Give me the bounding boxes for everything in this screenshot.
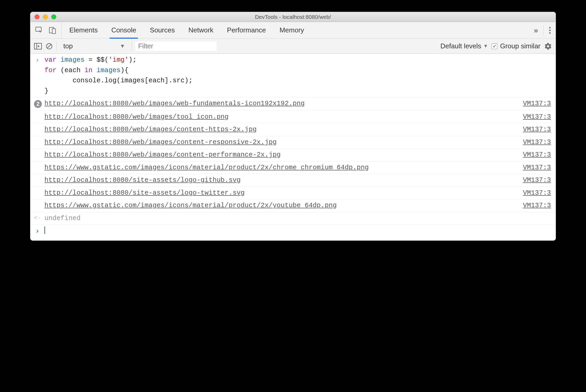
panel-tabs: Elements Console Sources Network Perform… xyxy=(61,22,529,38)
log-message: http://localhost:8080/web/images/web-fun… xyxy=(44,99,519,109)
log-gutter xyxy=(34,137,41,138)
log-url-link[interactable]: http://localhost:8080/site-assets/logo-g… xyxy=(44,176,241,184)
log-gutter xyxy=(34,112,41,112)
console-log-row: https://www.gstatic.com/images/icons/mat… xyxy=(30,162,556,174)
code-block: var images = $$('img'); for (each in ima… xyxy=(44,55,552,96)
log-message: http://localhost:8080/web/images/tool_ic… xyxy=(44,112,519,122)
log-source-link[interactable]: VM137:3 xyxy=(523,188,552,198)
group-similar-toggle[interactable]: ✓ Group similar xyxy=(492,42,540,50)
tab-sources[interactable]: Sources xyxy=(150,22,175,38)
clear-console-icon[interactable] xyxy=(46,43,53,50)
log-gutter xyxy=(34,200,41,201)
console-log-row: http://localhost:8080/web/images/content… xyxy=(30,123,556,136)
settings-gear-icon[interactable] xyxy=(544,42,552,50)
log-gutter xyxy=(34,163,41,163)
more-tabs-icon[interactable]: » xyxy=(534,26,538,35)
context-label: top xyxy=(63,42,73,50)
titlebar: DevTools - localhost:8080/web/ xyxy=(30,12,556,22)
main-toolbar: Elements Console Sources Network Perform… xyxy=(30,22,556,39)
prompt-chevron-icon: › xyxy=(34,226,41,237)
toolbar-right: » xyxy=(529,22,556,38)
log-source-link[interactable]: VM137:3 xyxy=(523,112,552,122)
log-message: https://www.gstatic.com/images/icons/mat… xyxy=(44,163,519,173)
toggle-sidebar-icon[interactable] xyxy=(34,43,42,50)
context-selector[interactable]: top ▼ xyxy=(60,41,128,51)
log-url-link[interactable]: http://localhost:8080/web/images/tool_ic… xyxy=(44,113,229,121)
log-gutter xyxy=(34,150,41,150)
checkbox-icon: ✓ xyxy=(492,43,497,49)
svg-point-3 xyxy=(549,27,551,28)
text-cursor xyxy=(44,227,45,234)
log-message: http://localhost:8080/web/images/content… xyxy=(44,137,519,148)
console-input-echo: › var images = $$('img'); for (each in i… xyxy=(30,54,556,97)
toolbar-left xyxy=(30,22,61,38)
tab-performance[interactable]: Performance xyxy=(227,22,266,38)
log-levels-selector[interactable]: Default levels ▼ xyxy=(441,42,488,50)
inspect-element-icon[interactable] xyxy=(35,26,43,34)
console-log-row: 2http://localhost:8080/web/images/web-fu… xyxy=(30,97,556,111)
log-url-link[interactable]: https://www.gstatic.com/images/icons/mat… xyxy=(44,164,369,171)
console-filterbar: top ▼ Default levels ▼ ✓ Group similar xyxy=(30,39,556,54)
traffic-lights xyxy=(30,14,56,19)
divider xyxy=(543,25,544,36)
return-arrow-icon: <· xyxy=(34,213,41,223)
log-url-link[interactable]: http://localhost:8080/web/images/content… xyxy=(44,139,277,146)
levels-label: Default levels xyxy=(441,42,481,50)
console-log-row: http://localhost:8080/site-assets/logo-g… xyxy=(30,174,556,187)
log-gutter xyxy=(34,188,41,188)
repeat-count-badge: 2 xyxy=(34,100,42,108)
log-url-link[interactable]: http://localhost:8080/web/images/content… xyxy=(44,151,281,159)
log-gutter xyxy=(34,175,41,176)
svg-line-9 xyxy=(47,44,51,48)
log-message: http://localhost:8080/site-assets/logo-g… xyxy=(44,175,519,186)
tab-console[interactable]: Console xyxy=(111,22,136,38)
devtools-window: DevTools - localhost:8080/web/ Elements … xyxy=(30,12,556,241)
log-url-link[interactable]: http://localhost:8080/site-assets/logo-t… xyxy=(44,189,245,197)
log-gutter xyxy=(34,124,41,125)
tab-memory[interactable]: Memory xyxy=(279,22,304,38)
log-source-link[interactable]: VM137:3 xyxy=(523,99,552,109)
return-value: undefined xyxy=(44,213,552,224)
svg-point-4 xyxy=(549,30,551,31)
log-url-link[interactable]: http://localhost:8080/web/images/web-fun… xyxy=(44,100,305,107)
svg-rect-2 xyxy=(52,28,56,33)
tab-network[interactable]: Network xyxy=(188,22,213,38)
log-gutter: 2 xyxy=(34,99,41,109)
chevron-down-icon: ▼ xyxy=(120,43,125,49)
kebab-menu-icon[interactable] xyxy=(549,26,551,34)
console-output: › var images = $$('img'); for (each in i… xyxy=(30,54,556,240)
console-log-row: http://localhost:8080/web/images/content… xyxy=(30,149,556,162)
log-url-link[interactable]: http://localhost:8080/web/images/content… xyxy=(44,126,257,133)
log-message: https://www.gstatic.com/images/icons/mat… xyxy=(44,200,519,211)
chevron-down-icon: ▼ xyxy=(483,43,488,49)
console-log-row: http://localhost:8080/web/images/tool_ic… xyxy=(30,111,556,124)
log-url-link[interactable]: https://www.gstatic.com/images/icons/mat… xyxy=(44,202,337,209)
toggle-device-icon[interactable] xyxy=(49,26,57,34)
zoom-window-button[interactable] xyxy=(51,14,56,19)
group-similar-label: Group similar xyxy=(500,42,540,50)
svg-point-5 xyxy=(549,32,551,34)
divider xyxy=(57,41,57,51)
console-prompt[interactable]: › xyxy=(30,225,556,240)
minimize-window-button[interactable] xyxy=(43,14,48,19)
console-log-row: http://localhost:8080/site-assets/logo-t… xyxy=(30,187,556,200)
console-log-row: https://www.gstatic.com/images/icons/mat… xyxy=(30,199,556,212)
log-source-link[interactable]: VM137:3 xyxy=(523,175,552,186)
log-source-link[interactable]: VM137:3 xyxy=(523,163,552,173)
filter-input[interactable] xyxy=(136,42,217,51)
close-window-button[interactable] xyxy=(35,14,40,19)
log-source-link[interactable]: VM137:3 xyxy=(523,137,552,148)
svg-rect-0 xyxy=(36,27,41,31)
console-log-row: http://localhost:8080/web/images/content… xyxy=(30,136,556,149)
log-source-link[interactable]: VM137:3 xyxy=(523,200,552,211)
log-message: http://localhost:8080/web/images/content… xyxy=(44,124,519,135)
input-chevron-icon: › xyxy=(35,57,39,64)
log-message: http://localhost:8080/site-assets/logo-t… xyxy=(44,188,519,198)
tab-elements[interactable]: Elements xyxy=(69,22,98,38)
log-message: http://localhost:8080/web/images/content… xyxy=(44,150,519,160)
return-value-row: <· undefined xyxy=(30,212,556,225)
log-source-link[interactable]: VM137:3 xyxy=(523,124,552,135)
window-title: DevTools - localhost:8080/web/ xyxy=(30,14,556,20)
log-source-link[interactable]: VM137:3 xyxy=(523,150,552,160)
divider xyxy=(132,41,132,51)
